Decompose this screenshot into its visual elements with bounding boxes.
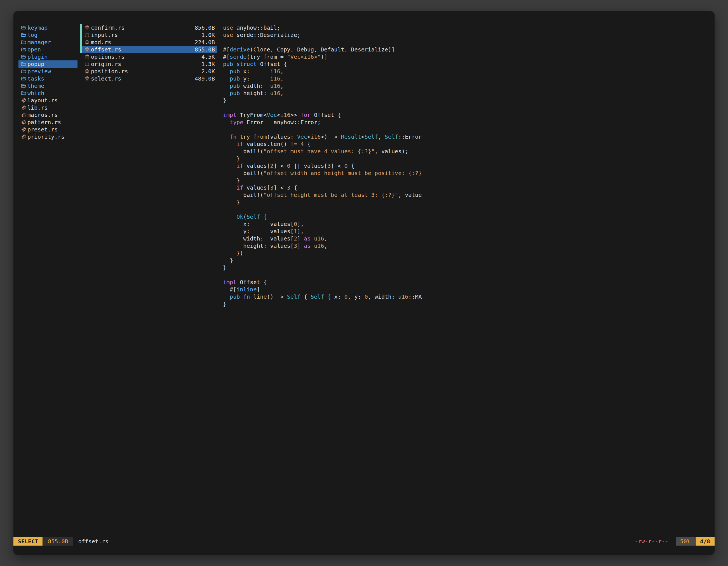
- file-size: 224.0B: [195, 39, 215, 46]
- cursor-position-badge: 4/8: [696, 537, 715, 546]
- code-line: impl TryFrom<Vec<i16>> for Offset {: [223, 111, 712, 119]
- file-row-mod-rs[interactable]: mod.rs224.0B: [80, 39, 217, 46]
- visual-select-marker: [80, 46, 82, 53]
- folder-open-icon: [21, 40, 26, 45]
- visual-select-marker: [80, 39, 82, 46]
- parent-pane: keymaplogmanageropenpluginpopuppreviewta…: [13, 24, 80, 140]
- sidebar-item-label: pattern.rs: [27, 119, 61, 126]
- rust-file-icon: [21, 105, 26, 110]
- code-line: height: values[3] as u16,: [223, 242, 712, 250]
- file-name: input.rs: [91, 32, 118, 38]
- sidebar-item-tasks[interactable]: tasks: [18, 75, 78, 82]
- folder-open-icon: [21, 69, 26, 74]
- file-row-position-rs[interactable]: position.rs2.0K: [80, 68, 217, 75]
- desktop-background: keymaplogmanageropenpluginpopuppreviewta…: [0, 0, 728, 566]
- code-line: [223, 39, 712, 46]
- rust-file-icon: [21, 120, 26, 125]
- sidebar-item-label: open: [27, 46, 41, 53]
- file-size: 855.0B: [195, 46, 215, 53]
- code-line: [223, 104, 712, 111]
- sidebar-item-label: manager: [27, 39, 51, 46]
- code-line: use anyhow::bail;: [223, 24, 712, 31]
- code-line: x: values[0],: [223, 220, 712, 228]
- code-line: }): [223, 250, 712, 257]
- pane-divider-right: [221, 24, 221, 536]
- file-permissions: -rw-r--r--: [635, 538, 668, 545]
- sidebar-item-pattern-rs[interactable]: pattern.rs: [18, 119, 78, 126]
- code-line: use serde::Deserialize;: [223, 31, 712, 39]
- file-name: mod.rs: [91, 39, 111, 46]
- sidebar-item-macros-rs[interactable]: macros.rs: [18, 111, 78, 119]
- rust-file-icon: [84, 62, 90, 67]
- sidebar-item-which[interactable]: which: [18, 90, 78, 97]
- file-row-options-rs[interactable]: options.rs4.5K: [80, 53, 217, 60]
- status-bar: SELECT 855.0B offset.rs -rw-r--r-- 50% 4…: [13, 537, 715, 546]
- sidebar-item-lib-rs[interactable]: lib.rs: [18, 104, 78, 111]
- rust-file-icon: [84, 32, 90, 37]
- file-row-origin-rs[interactable]: origin.rs1.3K: [80, 60, 217, 68]
- sidebar-item-theme[interactable]: theme: [18, 82, 78, 90]
- folder-open-icon: [21, 83, 26, 88]
- sidebar-item-label: preset.rs: [27, 126, 58, 133]
- rust-file-icon: [21, 112, 26, 118]
- code-line: #[derive(Clone, Copy, Debug, Default, De…: [223, 46, 712, 53]
- sidebar-item-popup[interactable]: popup: [18, 60, 78, 68]
- sidebar-item-label: plugin: [27, 53, 48, 60]
- code-line: fn try_from(values: Vec<i16>) -> Result<…: [223, 133, 712, 140]
- code-line: }: [223, 264, 712, 271]
- sidebar-item-keymap[interactable]: keymap: [18, 24, 78, 31]
- file-size: 1.3K: [201, 61, 215, 67]
- visual-select-marker: [80, 31, 82, 39]
- sidebar-item-manager[interactable]: manager: [18, 39, 78, 46]
- file-row-input-rs[interactable]: input.rs1.0K: [80, 31, 217, 39]
- sidebar-item-label: popup: [27, 61, 44, 67]
- rust-file-icon: [21, 134, 26, 139]
- code-line: #[inline]: [223, 286, 712, 293]
- folder-open-icon: [21, 47, 26, 52]
- current-pane: confirm.rs856.0Binput.rs1.0Kmod.rs224.0B…: [80, 24, 217, 82]
- rust-file-icon: [84, 40, 90, 45]
- pane-divider-left: [80, 24, 80, 536]
- sidebar-item-log[interactable]: log: [18, 31, 78, 39]
- folder-open-icon: [21, 25, 26, 30]
- sidebar-item-plugin[interactable]: plugin: [18, 53, 78, 60]
- folder-open-icon: [21, 62, 26, 67]
- rust-file-icon: [21, 127, 26, 132]
- code-line: [223, 271, 712, 279]
- mode-badge: SELECT: [13, 537, 43, 546]
- code-line: pub y: i16,: [223, 75, 712, 82]
- sidebar-item-label: priority.rs: [27, 133, 64, 140]
- sidebar-item-label: layout.rs: [27, 97, 58, 104]
- code-line: }: [223, 97, 712, 104]
- sidebar-item-priority-rs[interactable]: priority.rs: [18, 133, 78, 140]
- sidebar-item-label: theme: [27, 83, 44, 89]
- code-line: [223, 126, 712, 133]
- code-line: }: [223, 257, 712, 264]
- file-size: 2.0K: [201, 68, 215, 75]
- sidebar-item-label: log: [27, 32, 37, 38]
- code-line: pub struct Offset {: [223, 60, 712, 68]
- sidebar-item-open[interactable]: open: [18, 46, 78, 53]
- file-row-confirm-rs[interactable]: confirm.rs856.0B: [80, 24, 217, 31]
- rust-file-icon: [84, 25, 90, 30]
- file-size: 4.5K: [201, 53, 215, 60]
- rust-file-icon: [84, 76, 90, 81]
- folder-open-icon: [21, 76, 26, 81]
- code-line: #[serde(try_from = "Vec<i16>")]: [223, 53, 712, 60]
- rust-file-icon: [84, 54, 90, 59]
- sidebar-item-preview[interactable]: preview: [18, 68, 78, 75]
- file-size-badge: 855.0B: [43, 537, 72, 546]
- code-line: }: [223, 155, 712, 162]
- sidebar-item-preset-rs[interactable]: preset.rs: [18, 126, 78, 133]
- code-line: bail!("offset must have 4 values: {:?}",…: [223, 148, 712, 155]
- file-row-select-rs[interactable]: select.rs489.0B: [80, 75, 217, 82]
- code-line: if values[3] < 3 {: [223, 184, 712, 191]
- file-row-offset-rs[interactable]: offset.rs855.0B: [80, 46, 217, 53]
- file-name: select.rs: [91, 75, 121, 82]
- code-line: [223, 206, 712, 213]
- code-line: type Error = anyhow::Error;: [223, 119, 712, 126]
- rust-file-icon: [21, 98, 26, 103]
- folder-open-icon: [21, 32, 26, 37]
- sidebar-item-layout-rs[interactable]: layout.rs: [18, 97, 78, 104]
- preview-pane: use anyhow::bail;use serde::Deserialize;…: [223, 24, 712, 307]
